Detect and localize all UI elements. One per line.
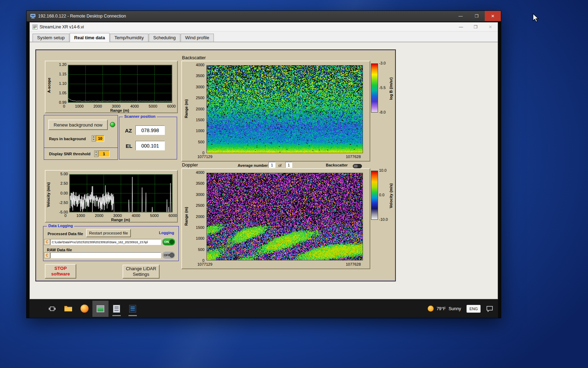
tab-system-setup[interactable]: System setup — [33, 34, 69, 42]
backscatter-colorbar-label: log B (/m/sr) — [389, 64, 393, 113]
scan-schedule-button[interactable] — [108, 301, 125, 317]
processed-logging-toggle[interactable]: ON — [162, 238, 175, 245]
data-logging-legend: Data Logging — [47, 224, 74, 228]
data-logging-group: Data Logging Processed Data file Restart… — [43, 226, 179, 261]
file-explorer-icon — [64, 305, 72, 312]
rdp-computer-icon — [30, 14, 36, 19]
processed-path-browse-button[interactable]: C — [44, 239, 50, 245]
ascope-x-ticks: 0100020003000400050006000 — [63, 104, 176, 108]
task-view-button[interactable] — [44, 301, 60, 317]
rdp-restore-button[interactable]: ❐ — [469, 11, 485, 21]
velocity-y-axis-label: Velocity (m/s) — [46, 176, 50, 214]
doppler-title: Doppler — [182, 162, 198, 168]
backscatter-x-start: 1077129 — [197, 155, 212, 159]
mouse-cursor — [532, 13, 540, 23]
rdp-session-area: StreamLine XR v14-6.vi ― ❐ ✕ System setu… — [27, 21, 501, 318]
el-field[interactable]: 000.101 — [135, 141, 165, 150]
ascope-y-ticks: 1.201.151.101.050.99 — [53, 62, 66, 104]
file-explorer-button[interactable] — [60, 301, 76, 317]
app-titlebar: StreamLine XR v14-6.vi ― ❐ ✕ — [30, 22, 498, 32]
az-field[interactable]: 078.998 — [135, 125, 165, 135]
app-minimize-button[interactable]: ― — [454, 22, 468, 31]
rays-in-background-field[interactable]: 10 — [96, 135, 104, 142]
el-label: EL — [126, 143, 132, 149]
average-number-field[interactable]: 1 — [268, 162, 275, 168]
backscatter-y-ticks: 40003500300025002000150010005000 — [190, 63, 204, 155]
scanner-position-group: Scanner position AZ 078.998 EL 000.101 — [119, 117, 177, 159]
backscatter-toggle-label: Backscatter — [326, 163, 348, 167]
weather-temp: 79°F — [436, 306, 446, 311]
tab-real-time-data[interactable]: Real time data — [70, 33, 110, 42]
weather-condition: Sunny — [449, 306, 461, 311]
velocity-plot — [69, 174, 173, 212]
average-total-field[interactable]: 1 — [285, 162, 292, 168]
tab-temp-humidity[interactable]: Temp/humidity — [110, 34, 148, 42]
display-snr-threshold-field[interactable]: 1 — [98, 150, 110, 157]
firefox-icon — [80, 305, 89, 313]
tab-scheduling[interactable]: Scheduling — [149, 34, 180, 42]
rdp-title: 192.168.0.122 - Remote Desktop Connectio… — [38, 14, 126, 19]
backscatter-x-end: 1077628 — [346, 155, 361, 159]
backscatter-colorbar-ticks: -3.0-5.5-8.0 — [379, 61, 390, 114]
velocity-plot-frame: Velocity (m/s) 5.002.500.00-2.50-5.00 01… — [45, 170, 178, 223]
tab-bar: System setup Real time data Temp/humidit… — [30, 32, 498, 42]
doppler-colorbar-label: Velocity (m/s) — [389, 171, 393, 220]
app-close-button[interactable]: ✕ — [483, 22, 498, 31]
display-snr-threshold-label: Display SNR threshold — [49, 152, 91, 156]
backscatter-plot-frame: Range (m) 400035003000250020001500100050… — [181, 61, 370, 162]
task-view-icon — [49, 306, 56, 312]
processed-data-file-label: Processed Data file — [48, 232, 83, 236]
snr-spinner[interactable]: ▲▼ — [94, 150, 98, 157]
rays-in-background-label: Rays in background — [49, 137, 86, 141]
average-of-label: of — [278, 163, 281, 168]
app-restore-button[interactable]: ❐ — [468, 22, 483, 31]
ascope-plot — [68, 65, 172, 103]
vi-body: A-scope 1.201.151.101.050.99 01000200030… — [30, 42, 498, 299]
doppler-x-start: 1077129 — [197, 262, 212, 266]
firefox-button[interactable] — [76, 301, 92, 317]
weather-widget[interactable]: 79°F Sunny — [428, 306, 461, 312]
ascope-x-axis-label: Range (m) — [68, 108, 172, 113]
document-app-button[interactable] — [125, 301, 141, 317]
renew-status-led — [110, 122, 115, 127]
average-number-label: Average number — [238, 163, 268, 168]
stop-software-button[interactable]: STOP software — [45, 264, 76, 279]
processed-path-field[interactable]: C:\Lidar\Data\Proc\2023\202309\20230916\… — [50, 239, 161, 245]
change-lidar-settings-button[interactable]: Change LiDAR Settings — [122, 265, 160, 279]
logging-label: Logging — [159, 231, 174, 235]
renew-background-button[interactable]: Renew background now — [48, 120, 108, 130]
document-app-icon — [129, 305, 136, 313]
front-panel: A-scope 1.201.151.101.050.99 01000200030… — [35, 49, 396, 281]
doppler-x-end: 1077628 — [346, 262, 361, 266]
rdp-titlebar: 192.168.0.122 - Remote Desktop Connectio… — [27, 11, 501, 21]
rdp-close-button[interactable]: ✕ — [485, 11, 501, 21]
language-indicator[interactable]: ENG — [467, 305, 481, 313]
app-title: StreamLine XR v14-6.vi — [40, 25, 84, 29]
rdp-minimize-button[interactable]: ― — [453, 11, 469, 21]
notifications-button[interactable] — [486, 306, 493, 312]
chat-bubble-icon — [486, 306, 493, 312]
backscatter-doppler-toggle[interactable] — [353, 164, 362, 168]
velocity-y-ticks: 5.002.500.00-2.50-5.00 — [52, 172, 68, 214]
tab-wind-profile[interactable]: Wind profile — [181, 34, 214, 42]
velocity-x-axis-label: Range (m) — [69, 218, 172, 222]
doppler-heatmap — [206, 173, 363, 260]
scan-schedule-icon — [113, 305, 120, 313]
ascope-y-axis-label: A-scope — [47, 68, 51, 103]
raw-path-field[interactable] — [50, 252, 161, 258]
raw-path-browse-button[interactable]: C — [44, 252, 50, 258]
backscatter-y-axis-label: Range (m) — [184, 88, 188, 130]
backscatter-title: Backscatter — [182, 55, 206, 60]
labview-vi-icon — [33, 25, 37, 29]
scanner-position-legend: Scanner position — [123, 114, 157, 118]
restart-processed-file-button[interactable]: Restart processed file — [86, 229, 131, 237]
raw-logging-toggle[interactable]: OFF — [162, 252, 175, 259]
backscatter-heatmap — [206, 65, 363, 153]
backscatter-colorbar — [371, 63, 378, 113]
streamline-app-taskbar-button[interactable] — [92, 301, 108, 317]
remote-taskbar: 79°F Sunny ENG — [29, 299, 498, 318]
streamline-app-icon — [97, 305, 104, 312]
sun-icon — [428, 306, 434, 312]
background-controls-group: Renew background now Rays in background … — [44, 115, 118, 160]
rays-spinner[interactable]: ▲▼ — [92, 135, 96, 142]
